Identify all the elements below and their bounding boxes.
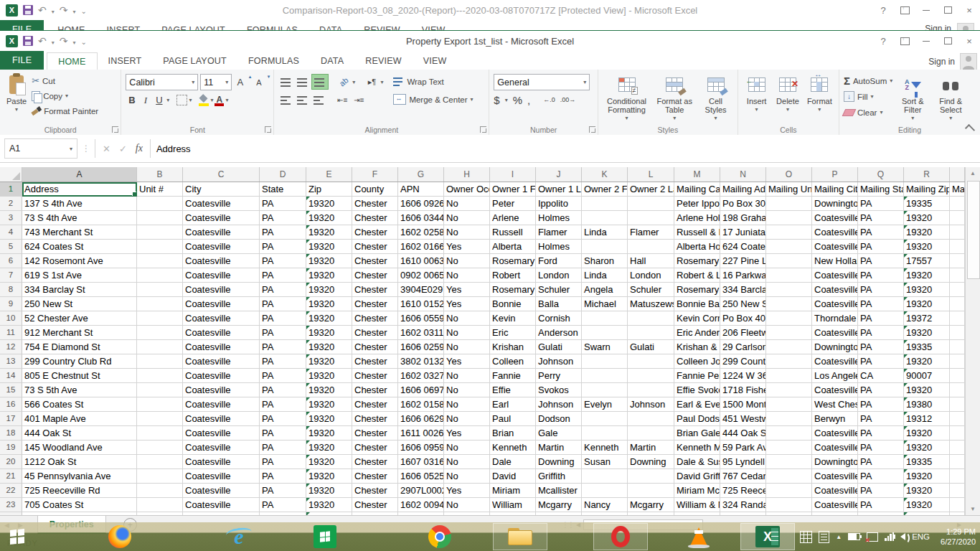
cell-Q23[interactable]: PA bbox=[858, 498, 904, 512]
delete-cells-button[interactable]: Delete▾ bbox=[773, 72, 801, 124]
cell-I21[interactable]: David bbox=[490, 469, 536, 484]
cell-E13[interactable]: 19320 bbox=[306, 354, 352, 369]
cell-R6[interactable]: 17557 bbox=[904, 254, 950, 268]
cell-K16[interactable]: Evelyn bbox=[582, 397, 628, 412]
cell-C14[interactable]: Coatesville bbox=[183, 369, 260, 383]
cell-B4[interactable] bbox=[137, 225, 183, 240]
cell-C15[interactable]: Coatesville bbox=[183, 383, 260, 397]
touch-keyboard-icon[interactable] bbox=[800, 531, 812, 543]
cell-C16[interactable]: Coatesville bbox=[183, 397, 260, 412]
cell-N23[interactable]: 324 Randall bbox=[720, 498, 766, 512]
cell-B8[interactable] bbox=[137, 283, 183, 297]
cell-J21[interactable]: Griffith bbox=[536, 469, 582, 484]
find-select-button[interactable]: Find & Select▾ bbox=[933, 72, 969, 124]
cell-B22[interactable] bbox=[137, 484, 183, 498]
network-disconnected-icon[interactable] bbox=[867, 532, 878, 542]
help-button[interactable]: ? bbox=[872, 32, 894, 50]
cell-Q5[interactable]: PA bbox=[858, 240, 904, 254]
cell-O23[interactable] bbox=[766, 498, 812, 512]
cell-G11[interactable]: 1602 03110 bbox=[398, 326, 444, 340]
language-indicator[interactable]: ENG bbox=[912, 532, 930, 541]
cell-D10[interactable]: PA bbox=[260, 311, 306, 326]
name-box-splitter[interactable]: ⋮ bbox=[77, 143, 95, 154]
cell-E3[interactable]: 19320 bbox=[306, 211, 352, 225]
cell-H10[interactable]: No bbox=[444, 311, 490, 326]
cell-P16[interactable]: West Chester bbox=[812, 397, 858, 412]
tab-insert[interactable]: INSERT bbox=[96, 21, 151, 30]
cell-J13[interactable]: Johnson bbox=[536, 354, 582, 369]
tab-formulas[interactable]: FORMULAS bbox=[236, 21, 308, 30]
font-size-select[interactable]: 11▾ bbox=[200, 74, 232, 90]
cell-J12[interactable]: Gulati bbox=[536, 340, 582, 354]
cell-M8[interactable]: Rosemary Schuler bbox=[674, 283, 720, 297]
cell-N1[interactable]: Mailing Address bbox=[720, 182, 766, 197]
cell-O18[interactable] bbox=[766, 426, 812, 441]
column-header-P[interactable]: P bbox=[812, 167, 858, 182]
cell-A20[interactable]: 1212 Oak St bbox=[22, 455, 137, 469]
cell-G2[interactable]: 1606 09260 bbox=[398, 197, 444, 211]
font-dialog-launcher-icon[interactable] bbox=[265, 126, 271, 133]
cell-Q21[interactable]: PA bbox=[858, 469, 904, 484]
cell-D9[interactable]: PA bbox=[260, 297, 306, 311]
cell-H5[interactable]: Yes bbox=[444, 240, 490, 254]
cell-G7[interactable]: 0902 00650 bbox=[398, 268, 444, 283]
cell-K5[interactable] bbox=[582, 240, 628, 254]
cell-N11[interactable]: 206 Fleetwood bbox=[720, 326, 766, 340]
cell-H12[interactable]: No bbox=[444, 340, 490, 354]
cell-Q15[interactable]: PA bbox=[858, 383, 904, 397]
row-header-16[interactable]: 16 bbox=[0, 397, 22, 412]
cell-I18[interactable]: Brian bbox=[490, 426, 536, 441]
taskbar-microsoft-store[interactable] bbox=[308, 523, 342, 550]
cell-E12[interactable]: 19320 bbox=[306, 340, 352, 354]
cell-J1[interactable]: Owner 1 Last Name bbox=[536, 182, 582, 197]
cell-E6[interactable]: 19320 bbox=[306, 254, 352, 268]
cell-E4[interactable]: 19320 bbox=[306, 225, 352, 240]
column-header-Q[interactable]: Q bbox=[858, 167, 904, 182]
cell-M19[interactable]: Kenneth Martin bbox=[674, 441, 720, 455]
cell-F6[interactable]: Chester bbox=[352, 254, 398, 268]
cell-B16[interactable] bbox=[137, 397, 183, 412]
align-center-icon[interactable] bbox=[295, 93, 311, 107]
cell-D14[interactable]: PA bbox=[260, 369, 306, 383]
cell-I7[interactable]: Robert bbox=[490, 268, 536, 283]
row-header-20[interactable]: 20 bbox=[0, 455, 22, 469]
tab-view[interactable]: VIEW bbox=[411, 21, 456, 30]
cell-Q9[interactable]: PA bbox=[858, 297, 904, 311]
cell-L14[interactable] bbox=[628, 369, 674, 383]
cell-styles-button[interactable]: Cell Styles▾ bbox=[698, 72, 733, 124]
cell-Q7[interactable]: PA bbox=[858, 268, 904, 283]
cell-N19[interactable]: 59 Park Ave bbox=[720, 441, 766, 455]
tab-review[interactable]: REVIEW bbox=[353, 21, 411, 30]
cell-Q18[interactable]: PA bbox=[858, 426, 904, 441]
cell-I10[interactable]: Kevin bbox=[490, 311, 536, 326]
cell-D23[interactable]: PA bbox=[260, 498, 306, 512]
cell-O4[interactable] bbox=[766, 225, 812, 240]
cell-N12[interactable]: 29 Carlson bbox=[720, 340, 766, 354]
cell-L1[interactable]: Owner 2 Last Name bbox=[628, 182, 674, 197]
insert-function-icon[interactable]: fx bbox=[136, 143, 143, 154]
cell-C22[interactable]: Coatesville bbox=[183, 484, 260, 498]
increase-decimal-icon[interactable]: ←.0 bbox=[543, 97, 555, 103]
cell-F5[interactable]: Chester bbox=[352, 240, 398, 254]
cell-S11[interactable] bbox=[950, 326, 965, 340]
cell-L11[interactable] bbox=[628, 326, 674, 340]
redo-icon[interactable] bbox=[60, 34, 68, 47]
cell-D2[interactable]: PA bbox=[260, 197, 306, 211]
cell-S4[interactable] bbox=[950, 225, 965, 240]
cell-E10[interactable]: 19320 bbox=[306, 311, 352, 326]
cell-O8[interactable] bbox=[766, 283, 812, 297]
cell-K7[interactable]: Linda bbox=[582, 268, 628, 283]
cell-N20[interactable]: 95 Lyndell bbox=[720, 455, 766, 469]
cell-M1[interactable]: Mailing Care Of bbox=[674, 182, 720, 197]
cell-S15[interactable] bbox=[950, 383, 965, 397]
cell-K14[interactable] bbox=[582, 369, 628, 383]
decrease-decimal-icon[interactable]: .00→ bbox=[560, 97, 576, 103]
cell-R14[interactable]: 90007 bbox=[904, 369, 950, 383]
cell-G19[interactable]: 1606 09590 bbox=[398, 441, 444, 455]
cell-H2[interactable]: No bbox=[444, 197, 490, 211]
cell-G12[interactable]: 1606 02590 bbox=[398, 340, 444, 354]
minimize-button[interactable] bbox=[915, 1, 937, 19]
borders-icon[interactable] bbox=[176, 95, 187, 105]
cell-E15[interactable]: 19320 bbox=[306, 383, 352, 397]
clipboard-dialog-launcher-icon[interactable] bbox=[112, 126, 118, 133]
